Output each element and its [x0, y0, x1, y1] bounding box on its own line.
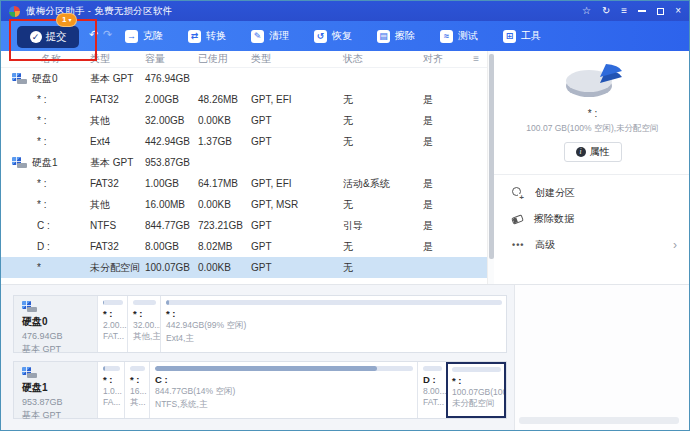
disk-row[interactable]: 硬盘0基本 GPT476.94GB [1, 68, 487, 89]
aligned-cell: 是 [423, 240, 473, 254]
partition-block-size: 100.07GB(100% ... [452, 387, 501, 397]
partition-block-C :[interactable]: C :844.77GB(14% 空闲)NTFS,系统,主 [149, 362, 417, 418]
toolbar-button-label: 克隆 [143, 29, 163, 43]
caret-down-icon: ▾ [68, 17, 71, 23]
partition-row[interactable]: C :NTFS844.77GB723.21GBGPT引导是 [1, 215, 487, 236]
minimize-button[interactable] [638, 10, 646, 12]
used-cell: 0.00KB [198, 199, 251, 210]
advanced-dots-icon: ••• [512, 240, 524, 250]
table-vertical-scrollbar[interactable] [487, 51, 494, 284]
partition-type-cell: GPT, MSR [251, 199, 343, 210]
disk-icon [12, 157, 27, 168]
partition-block-* :[interactable]: * :2.00...FAT... [97, 296, 127, 352]
partition-type-cell: GPT [251, 241, 343, 252]
column-header-1[interactable]: 类型 [90, 52, 145, 66]
clean-icon: ✎ [251, 30, 264, 43]
disk-info-cell[interactable]: 硬盘1953.87GB基本 GPT [14, 362, 97, 418]
partition-row[interactable]: * :FAT321.00GB64.17MBGPT, EFI活动&系统是 [1, 173, 487, 194]
type-cell: 基本 GPT [90, 156, 145, 170]
horizontal-scrollbar[interactable] [519, 417, 679, 424]
used-cell: 1.37GB [198, 136, 251, 147]
close-button[interactable]: × [675, 6, 681, 16]
disk-name: 硬盘0 [32, 72, 58, 86]
submit-button[interactable]: ✓ 提交 [17, 26, 79, 48]
disk-card-0: 硬盘0476.94GB基本 GPT* :2.00...FAT...* :32.0… [13, 295, 507, 353]
aligned-cell: 是 [423, 135, 473, 149]
partition-name: * : [1, 115, 46, 126]
partition-block-* :[interactable]: * :442.94GB(99% 空闲)Ext4,主 [160, 296, 506, 352]
usage-bar-fill [155, 366, 377, 371]
usage-bar [423, 366, 442, 371]
column-header-6[interactable]: 对齐 [423, 52, 473, 66]
partition-name: * : [1, 94, 46, 105]
partition-row[interactable]: * :FAT322.00GB48.26MBGPT, EFI无是 [1, 89, 487, 110]
toolbar-button-label: 转换 [206, 29, 226, 43]
disk-info-cell[interactable]: 硬盘0476.94GB基本 GPT [14, 296, 97, 352]
partition-block-size: 32.00... [133, 320, 156, 330]
toolbar-button-克隆[interactable]: →克隆 [119, 29, 169, 43]
properties-button[interactable]: i 属性 [564, 142, 622, 162]
capacity-cell: 8.00GB [145, 241, 198, 252]
partition-row[interactable]: * :Ext4442.94GB1.37GBGPT无是 [1, 131, 487, 152]
usage-bar [166, 300, 502, 305]
maximize-button[interactable] [657, 8, 664, 15]
partition-row[interactable]: *未分配空间100.07GB0.00KBGPT无 [1, 257, 487, 278]
favorite-star-icon[interactable]: ☆ [582, 6, 591, 16]
undo-icon[interactable]: ↶ [89, 28, 98, 41]
title-bar: 傲梅分区助手 - 免费无损分区软件 ☆ ↻ ≡ × [1, 1, 689, 21]
partition-block-fs: Ext4,主 [166, 333, 502, 345]
used-cell: 723.21GB [198, 220, 251, 231]
partition-block-label: * : [166, 308, 502, 319]
menu-item-擦除数据[interactable]: 擦除数据 [512, 206, 690, 232]
check-circle-icon: ✓ [30, 31, 42, 43]
partition-block-* :[interactable]: * :32.00...其他,主 [127, 296, 160, 352]
type-cell: FAT32 [90, 241, 145, 252]
partition-block-* :[interactable]: * :1.0...FA... [97, 362, 124, 418]
column-header-5[interactable]: 状态 [343, 52, 423, 66]
column-header-3[interactable]: 已使用 [198, 52, 251, 66]
partition-block-* :[interactable]: * :100.07GB(100% ...未分配空间 [446, 362, 506, 418]
capacity-cell: 844.77GB [145, 220, 198, 231]
partition-block-D :[interactable]: D :8.00...FAT... [417, 362, 446, 418]
used-cell: 0.00KB [198, 262, 251, 273]
status-cell: 无 [343, 261, 423, 275]
partition-blocks: * :1.0...FA...* :16...其...C :844.77GB(14… [97, 362, 506, 418]
refresh-icon[interactable]: ↻ [602, 6, 610, 16]
partition-blocks: * :2.00...FAT...* :32.00...其他,主* :442.94… [97, 296, 506, 352]
partition-row[interactable]: * :其他16.00MB0.00KBGPT, MSR无是 [1, 194, 487, 215]
partition-block-size: 1.0... [103, 386, 120, 396]
type-cell: NTFS [90, 220, 145, 231]
used-cell: 64.17MB [198, 178, 251, 189]
main-menu-icon[interactable]: ≡ [621, 6, 627, 16]
capacity-cell: 100.07GB [145, 262, 198, 273]
partition-block-fs: NTFS,系统,主 [155, 399, 413, 411]
column-header-2[interactable]: 容量 [145, 52, 198, 66]
capacity-cell: 476.94GB [145, 73, 198, 84]
column-header-0[interactable]: 名称 [1, 52, 90, 66]
name-cell: 硬盘1 [1, 156, 90, 170]
toolbar-button-转换[interactable]: ⇄转换 [182, 29, 232, 43]
disk-row[interactable]: 硬盘1基本 GPT953.87GB [1, 152, 487, 173]
partition-block-* :[interactable]: * :16...其... [124, 362, 149, 418]
menu-item-label: 高级 [535, 238, 555, 252]
menu-item-创建分区[interactable]: +创建分区 [512, 180, 690, 206]
toolbar-button-工具[interactable]: ⊞工具 [497, 29, 547, 43]
partition-row[interactable]: D :FAT328.00GB8.02MBGPT无是 [1, 236, 487, 257]
toolbar-button-测试[interactable]: ≈测试 [434, 29, 484, 43]
redo-icon[interactable]: ↷ [103, 28, 112, 41]
name-cell: D : [1, 241, 90, 252]
partition-block-fs: 其他,主 [133, 331, 156, 343]
recover-icon: ↺ [314, 30, 327, 43]
partition-row[interactable]: * :其他32.00GB0.00KBGPT无是 [1, 110, 487, 131]
aligned-cell: 是 [423, 198, 473, 212]
menu-item-高级[interactable]: •••高级› [512, 232, 690, 258]
view-options-icon[interactable]: ≡ [473, 54, 479, 64]
toolbar-button-恢复[interactable]: ↺恢复 [308, 29, 358, 43]
partition-block-fs: FA... [103, 397, 120, 407]
partition-block-fs: 其... [130, 397, 145, 409]
capacity-cell: 1.00GB [145, 178, 198, 189]
toolbar-button-擦除[interactable]: ▤擦除 [371, 29, 421, 43]
column-header-4[interactable]: 类型 [251, 52, 343, 66]
toolbar-button-清理[interactable]: ✎清理 [245, 29, 295, 43]
partition-name: C : [1, 220, 50, 231]
